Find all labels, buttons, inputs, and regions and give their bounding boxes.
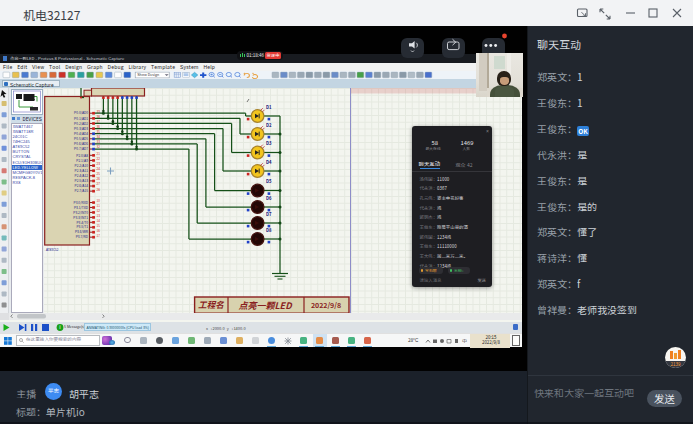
svg-text:D8: D8 (266, 227, 272, 233)
svg-text:AT89C52: AT89C52 (46, 248, 59, 252)
svg-text:15: 15 (97, 224, 101, 228)
svg-text:D6: D6 (266, 195, 272, 201)
svg-text:中: 中 (462, 338, 467, 344)
svg-text:11: 11 (97, 204, 101, 208)
svg-text:i: i (59, 323, 60, 330)
svg-text:24: 24 (97, 167, 101, 171)
svg-text:工程名: 工程名 (198, 298, 224, 310)
svg-text:D5: D5 (266, 178, 272, 184)
svg-text:28: 28 (97, 188, 101, 192)
svg-text:Show Design: Show Design (137, 73, 159, 77)
svg-text:P2.7/A15: P2.7/A15 (75, 188, 89, 193)
svg-text:D7: D7 (266, 211, 272, 217)
svg-text:D4: D4 (266, 159, 272, 165)
svg-text:D1: D1 (266, 104, 272, 110)
svg-text:2022/9/8: 2022/9/8 (311, 300, 341, 310)
svg-text:27: 27 (97, 182, 101, 186)
svg-text:22: 22 (97, 157, 101, 161)
svg-text:14: 14 (97, 219, 101, 223)
svg-text:D3: D3 (266, 140, 272, 146)
svg-text:P0.7/AD7: P0.7/AD7 (74, 146, 88, 151)
svg-text:23: 23 (97, 162, 101, 166)
svg-text:16: 16 (97, 229, 101, 233)
svg-text:13: 13 (97, 214, 101, 218)
svg-text:12: 12 (97, 209, 101, 213)
svg-text:P3.7/RD: P3.7/RD (76, 234, 88, 239)
svg-text:点亮一颗LED: 点亮一颗LED (238, 299, 293, 312)
svg-text:17: 17 (97, 234, 101, 238)
svg-text:10: 10 (97, 199, 101, 203)
svg-text:21: 21 (97, 152, 101, 156)
svg-text:25: 25 (97, 172, 101, 176)
svg-text:D2: D2 (266, 122, 272, 128)
svg-text:26: 26 (97, 177, 101, 181)
